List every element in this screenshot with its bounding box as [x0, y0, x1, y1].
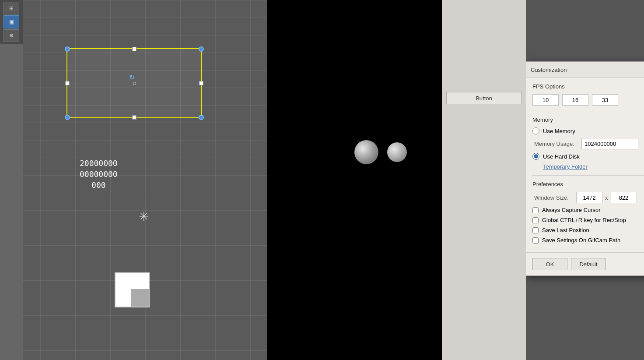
dialog-overlay: Customization ✕ FPS Options Memory Use M… — [267, 0, 442, 360]
handle-top-left[interactable] — [65, 46, 70, 52]
selection-rect: ○ ↻ — [66, 48, 202, 118]
white-square — [115, 272, 150, 307]
fps-divider — [532, 111, 644, 111]
memory-usage-label: Memory Usage: — [534, 141, 578, 147]
use-memory-radio[interactable] — [532, 127, 539, 134]
sphere-large — [354, 140, 378, 164]
use-hard-disk-radio[interactable] — [532, 153, 539, 160]
canvas-area: ⊞ ▣ ⊕ ○ ↻ 20000000 00000000 000 ✳ — [0, 0, 267, 360]
dialog-title: Customization — [531, 67, 567, 73]
save-last-position-row: Save Last Position — [532, 227, 644, 233]
right-panel: Button — [442, 0, 526, 360]
global-ctrl-r-row: Global CTRL+R key for Rec/Stop — [532, 217, 644, 223]
sphere-container — [354, 140, 407, 164]
handle-mid-right[interactable] — [199, 81, 203, 85]
save-settings-row: Save Settings On GifCam Path — [532, 237, 644, 244]
numbers-line2: 00000000 — [80, 169, 118, 180]
fps-section-label: FPS Options — [532, 83, 644, 90]
default-button[interactable]: Default — [571, 258, 606, 270]
fps-input-2[interactable] — [562, 94, 588, 106]
always-capture-cursor-checkbox[interactable] — [532, 207, 539, 213]
right-panel-button[interactable]: Button — [446, 92, 522, 104]
handle-bottom-left[interactable] — [65, 115, 70, 120]
size-x-separator: x — [605, 194, 608, 201]
handle-top-right[interactable] — [199, 46, 204, 52]
window-size-row: Window Size: x — [532, 192, 644, 203]
memory-usage-row: Memory Usage: — [532, 138, 644, 149]
cross-icon: ✳ — [139, 209, 149, 224]
grid-button[interactable]: ⊞ — [4, 2, 19, 14]
handle-bottom-mid[interactable] — [132, 115, 136, 120]
handle-bottom-right[interactable] — [199, 115, 204, 120]
global-ctrl-r-label: Global CTRL+R key for Rec/Stop — [542, 217, 626, 223]
use-memory-row: Use Memory — [532, 127, 644, 134]
memory-usage-input[interactable] — [581, 138, 638, 149]
save-last-position-checkbox[interactable] — [532, 227, 539, 233]
ok-button[interactable]: OK — [532, 258, 567, 270]
toolbar: ⊞ ▣ ⊕ — [0, 0, 23, 44]
dialog-titlebar: Customization ✕ — [525, 62, 644, 78]
select-button[interactable]: ▣ — [4, 15, 19, 28]
transform-button[interactable]: ⊕ — [4, 29, 19, 42]
numbers-line1: 20000000 — [80, 158, 118, 169]
use-hard-disk-label: Use Hard Disk — [543, 153, 580, 160]
window-height-input[interactable] — [611, 192, 637, 203]
preferences-section-label: Preferences — [532, 181, 644, 187]
rotation-icon: ↻ — [129, 73, 135, 81]
dialog-body: FPS Options Memory Use Memory Memory Usa… — [525, 78, 644, 252]
handle-mid-left[interactable] — [65, 81, 70, 85]
window-width-input[interactable] — [576, 192, 602, 203]
white-square-inner — [131, 289, 149, 307]
customization-dialog: Customization ✕ FPS Options Memory Use M… — [525, 61, 644, 276]
save-last-position-label: Save Last Position — [542, 227, 589, 233]
temporary-folder-link[interactable]: Temporary Folder — [532, 163, 644, 170]
memory-section-label: Memory — [532, 116, 644, 123]
global-ctrl-r-checkbox[interactable] — [532, 217, 539, 223]
window-size-label: Window Size: — [534, 194, 574, 201]
save-settings-label: Save Settings On GifCam Path — [542, 237, 620, 244]
numbers-line3: 000 — [80, 180, 118, 191]
black-area: Customization ✕ FPS Options Memory Use M… — [267, 0, 442, 360]
dialog-buttons: OK Default — [525, 252, 644, 275]
use-hard-disk-row: Use Hard Disk — [532, 153, 644, 160]
sphere-small — [387, 142, 407, 162]
memory-divider — [532, 175, 644, 176]
numbers-display: 20000000 00000000 000 — [80, 158, 118, 191]
use-memory-label: Use Memory — [543, 128, 575, 134]
grid-canvas: ○ ↻ 20000000 00000000 000 ✳ — [23, 0, 267, 360]
always-capture-cursor-row: Always Capture Cursor — [532, 207, 644, 213]
fps-input-3[interactable] — [592, 94, 618, 106]
fps-input-1[interactable] — [532, 94, 559, 106]
always-capture-cursor-label: Always Capture Cursor — [542, 207, 601, 213]
fps-row — [532, 94, 644, 106]
save-settings-checkbox[interactable] — [532, 237, 539, 244]
handle-top-mid[interactable] — [132, 47, 136, 51]
